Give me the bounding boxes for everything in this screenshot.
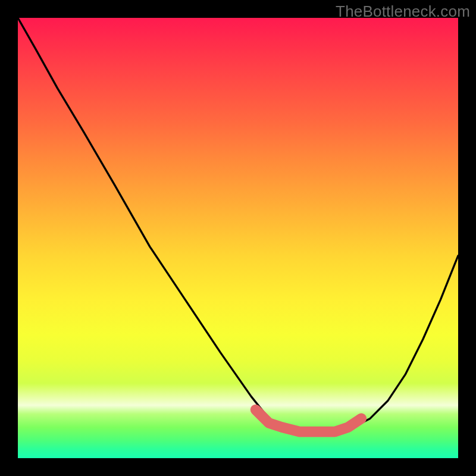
watermark-text: TheBottleneck.com [336, 2, 470, 21]
gradient-background [18, 18, 458, 458]
plot-area [18, 18, 458, 458]
chart-frame: TheBottleneck.com [0, 0, 476, 476]
